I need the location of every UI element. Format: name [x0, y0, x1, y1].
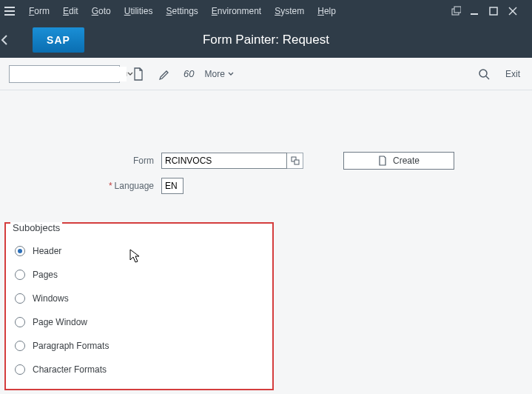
subobjects-title: Subobjects	[10, 222, 62, 233]
radio-character-formats[interactable]: Character Formats	[15, 358, 266, 381]
title-bar: SAP Form Painter: Request	[0, 22, 532, 58]
menu-goto[interactable]: Goto	[85, 6, 118, 16]
menu-environment[interactable]: Environment	[205, 6, 268, 16]
language-input[interactable]	[161, 178, 183, 194]
form-row-language: *Language	[13, 175, 519, 197]
radio-label: Page Window	[33, 317, 87, 327]
form-f4-help-icon[interactable]	[287, 153, 303, 169]
menu-system[interactable]: System	[268, 6, 311, 16]
radio-label: Windows	[33, 293, 69, 304]
create-label: Create	[393, 156, 420, 166]
form-input[interactable]	[161, 153, 287, 169]
menu-bar: Form Edit Goto Utilities Settings Enviro…	[0, 0, 532, 22]
radio-label: Paragraph Formats	[33, 341, 109, 351]
new-window-icon[interactable]	[451, 6, 470, 16]
new-page-icon[interactable]	[130, 66, 147, 82]
maximize-icon[interactable]	[489, 7, 508, 16]
radio-icon	[15, 341, 25, 351]
subobjects-group: Subobjects Header Pages Windows Page Win…	[4, 222, 274, 390]
more-menu[interactable]: More	[204, 69, 233, 79]
back-button[interactable]	[0, 34, 30, 46]
radio-header[interactable]: Header	[15, 239, 266, 263]
create-page-icon	[378, 156, 387, 166]
svg-rect-12	[294, 160, 299, 164]
menu-utilities[interactable]: Utilities	[118, 6, 160, 16]
content-area: Form Create *Language	[0, 90, 532, 197]
radio-icon	[15, 246, 25, 256]
close-icon[interactable]	[508, 7, 528, 16]
menu-form[interactable]: Form	[22, 6, 56, 16]
radio-page-window[interactable]: Page Window	[15, 310, 266, 334]
radio-pages[interactable]: Pages	[15, 263, 266, 287]
form-label: Form	[13, 156, 161, 166]
command-input[interactable]	[10, 67, 127, 81]
radio-label: Character Formats	[33, 364, 107, 375]
edit-icon[interactable]	[157, 66, 173, 82]
create-button[interactable]: Create	[343, 152, 454, 170]
search-icon[interactable]	[476, 66, 492, 82]
language-label: *Language	[13, 181, 161, 191]
radio-label: Header	[33, 246, 61, 256]
form-row-form: Form Create	[13, 150, 519, 172]
minimize-icon[interactable]	[470, 7, 489, 16]
menu-settings[interactable]: Settings	[159, 6, 204, 16]
chevron-down-icon	[228, 72, 234, 76]
radio-icon	[15, 270, 25, 280]
menu-edit[interactable]: Edit	[56, 6, 85, 16]
menu-help[interactable]: Help	[311, 6, 343, 16]
radio-icon	[15, 364, 25, 375]
radio-paragraph-formats[interactable]: Paragraph Formats	[15, 334, 266, 358]
exit-button[interactable]: Exit	[502, 69, 523, 79]
radio-icon	[15, 317, 25, 327]
radio-windows[interactable]: Windows	[15, 287, 266, 310]
svg-line-10	[486, 76, 489, 79]
required-marker: *	[109, 181, 115, 191]
more-label: More	[204, 69, 224, 79]
sap-logo: SAP	[33, 27, 84, 53]
display-glasses-icon[interactable]: 60	[183, 66, 194, 82]
command-field[interactable]	[9, 65, 120, 83]
radio-label: Pages	[33, 270, 58, 280]
svg-point-9	[479, 70, 487, 77]
svg-rect-6	[490, 7, 497, 15]
svg-rect-4	[454, 7, 461, 13]
radio-icon	[15, 293, 25, 304]
menu-hamburger-icon[interactable]	[4, 7, 22, 16]
app-toolbar: 60 More Exit	[0, 58, 532, 90]
